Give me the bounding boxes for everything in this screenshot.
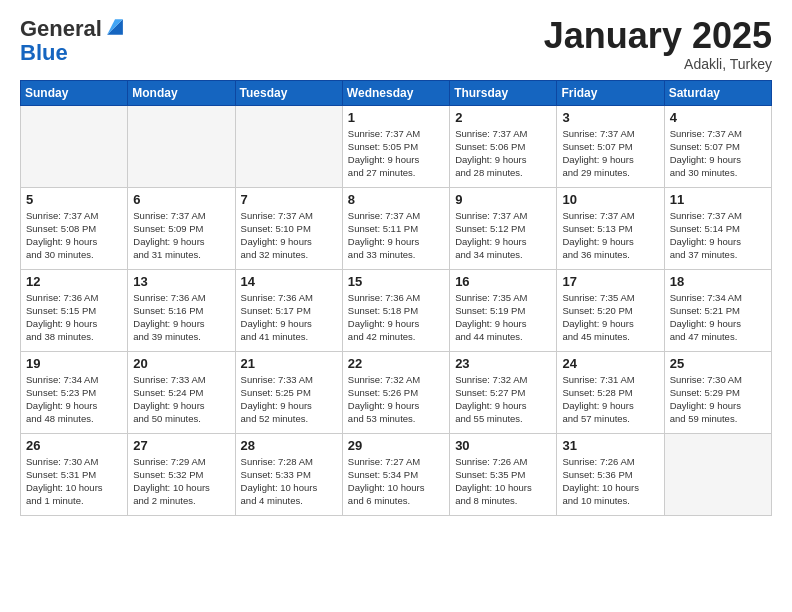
day-number: 28 [241, 438, 337, 453]
day-info: Sunrise: 7:36 AM Sunset: 5:16 PM Dayligh… [133, 291, 229, 344]
title-block: January 2025 Adakli, Turkey [544, 16, 772, 72]
day-number: 7 [241, 192, 337, 207]
month-title: January 2025 [544, 16, 772, 56]
calendar-cell: 17Sunrise: 7:35 AM Sunset: 5:20 PM Dayli… [557, 269, 664, 351]
day-number: 30 [455, 438, 551, 453]
day-info: Sunrise: 7:36 AM Sunset: 5:15 PM Dayligh… [26, 291, 122, 344]
day-info: Sunrise: 7:37 AM Sunset: 5:11 PM Dayligh… [348, 209, 444, 262]
calendar-cell: 5Sunrise: 7:37 AM Sunset: 5:08 PM Daylig… [21, 187, 128, 269]
calendar-cell: 14Sunrise: 7:36 AM Sunset: 5:17 PM Dayli… [235, 269, 342, 351]
day-number: 1 [348, 110, 444, 125]
week-row-1: 1Sunrise: 7:37 AM Sunset: 5:05 PM Daylig… [21, 105, 772, 187]
day-info: Sunrise: 7:29 AM Sunset: 5:32 PM Dayligh… [133, 455, 229, 508]
day-number: 13 [133, 274, 229, 289]
day-number: 29 [348, 438, 444, 453]
day-number: 14 [241, 274, 337, 289]
day-info: Sunrise: 7:33 AM Sunset: 5:24 PM Dayligh… [133, 373, 229, 426]
day-number: 21 [241, 356, 337, 371]
calendar-cell: 30Sunrise: 7:26 AM Sunset: 5:35 PM Dayli… [450, 433, 557, 515]
calendar-cell: 12Sunrise: 7:36 AM Sunset: 5:15 PM Dayli… [21, 269, 128, 351]
calendar-cell: 29Sunrise: 7:27 AM Sunset: 5:34 PM Dayli… [342, 433, 449, 515]
header-thursday: Thursday [450, 80, 557, 105]
day-number: 4 [670, 110, 766, 125]
header-wednesday: Wednesday [342, 80, 449, 105]
day-info: Sunrise: 7:35 AM Sunset: 5:20 PM Dayligh… [562, 291, 658, 344]
calendar-cell: 27Sunrise: 7:29 AM Sunset: 5:32 PM Dayli… [128, 433, 235, 515]
day-number: 18 [670, 274, 766, 289]
calendar-cell: 1Sunrise: 7:37 AM Sunset: 5:05 PM Daylig… [342, 105, 449, 187]
day-info: Sunrise: 7:26 AM Sunset: 5:36 PM Dayligh… [562, 455, 658, 508]
day-number: 23 [455, 356, 551, 371]
week-row-2: 5Sunrise: 7:37 AM Sunset: 5:08 PM Daylig… [21, 187, 772, 269]
day-number: 2 [455, 110, 551, 125]
calendar-cell: 31Sunrise: 7:26 AM Sunset: 5:36 PM Dayli… [557, 433, 664, 515]
week-row-3: 12Sunrise: 7:36 AM Sunset: 5:15 PM Dayli… [21, 269, 772, 351]
day-info: Sunrise: 7:34 AM Sunset: 5:23 PM Dayligh… [26, 373, 122, 426]
calendar-cell: 7Sunrise: 7:37 AM Sunset: 5:10 PM Daylig… [235, 187, 342, 269]
calendar-cell: 3Sunrise: 7:37 AM Sunset: 5:07 PM Daylig… [557, 105, 664, 187]
calendar-cell [235, 105, 342, 187]
calendar-cell: 2Sunrise: 7:37 AM Sunset: 5:06 PM Daylig… [450, 105, 557, 187]
header: General Blue January 2025 Adakli, Turkey [20, 16, 772, 72]
calendar-cell: 8Sunrise: 7:37 AM Sunset: 5:11 PM Daylig… [342, 187, 449, 269]
day-number: 17 [562, 274, 658, 289]
day-info: Sunrise: 7:34 AM Sunset: 5:21 PM Dayligh… [670, 291, 766, 344]
day-number: 8 [348, 192, 444, 207]
calendar-cell: 13Sunrise: 7:36 AM Sunset: 5:16 PM Dayli… [128, 269, 235, 351]
day-info: Sunrise: 7:37 AM Sunset: 5:09 PM Dayligh… [133, 209, 229, 262]
day-info: Sunrise: 7:37 AM Sunset: 5:12 PM Dayligh… [455, 209, 551, 262]
calendar-cell: 24Sunrise: 7:31 AM Sunset: 5:28 PM Dayli… [557, 351, 664, 433]
logo-icon [104, 16, 126, 38]
day-number: 11 [670, 192, 766, 207]
day-number: 31 [562, 438, 658, 453]
calendar-cell: 18Sunrise: 7:34 AM Sunset: 5:21 PM Dayli… [664, 269, 771, 351]
calendar-cell: 15Sunrise: 7:36 AM Sunset: 5:18 PM Dayli… [342, 269, 449, 351]
day-number: 15 [348, 274, 444, 289]
week-row-5: 26Sunrise: 7:30 AM Sunset: 5:31 PM Dayli… [21, 433, 772, 515]
day-number: 26 [26, 438, 122, 453]
day-number: 9 [455, 192, 551, 207]
day-number: 19 [26, 356, 122, 371]
calendar-cell: 25Sunrise: 7:30 AM Sunset: 5:29 PM Dayli… [664, 351, 771, 433]
day-number: 6 [133, 192, 229, 207]
calendar-cell [21, 105, 128, 187]
day-info: Sunrise: 7:37 AM Sunset: 5:05 PM Dayligh… [348, 127, 444, 180]
day-info: Sunrise: 7:36 AM Sunset: 5:18 PM Dayligh… [348, 291, 444, 344]
calendar-cell: 4Sunrise: 7:37 AM Sunset: 5:07 PM Daylig… [664, 105, 771, 187]
logo-blue: Blue [20, 40, 68, 66]
calendar-cell: 26Sunrise: 7:30 AM Sunset: 5:31 PM Dayli… [21, 433, 128, 515]
day-info: Sunrise: 7:32 AM Sunset: 5:26 PM Dayligh… [348, 373, 444, 426]
header-friday: Friday [557, 80, 664, 105]
day-number: 24 [562, 356, 658, 371]
calendar-cell: 19Sunrise: 7:34 AM Sunset: 5:23 PM Dayli… [21, 351, 128, 433]
day-info: Sunrise: 7:37 AM Sunset: 5:13 PM Dayligh… [562, 209, 658, 262]
day-info: Sunrise: 7:37 AM Sunset: 5:06 PM Dayligh… [455, 127, 551, 180]
logo: General Blue [20, 16, 126, 66]
week-row-4: 19Sunrise: 7:34 AM Sunset: 5:23 PM Dayli… [21, 351, 772, 433]
calendar-cell: 9Sunrise: 7:37 AM Sunset: 5:12 PM Daylig… [450, 187, 557, 269]
location: Adakli, Turkey [544, 56, 772, 72]
calendar-cell: 22Sunrise: 7:32 AM Sunset: 5:26 PM Dayli… [342, 351, 449, 433]
day-number: 3 [562, 110, 658, 125]
day-info: Sunrise: 7:26 AM Sunset: 5:35 PM Dayligh… [455, 455, 551, 508]
calendar-cell: 28Sunrise: 7:28 AM Sunset: 5:33 PM Dayli… [235, 433, 342, 515]
day-number: 10 [562, 192, 658, 207]
day-number: 5 [26, 192, 122, 207]
calendar-cell: 21Sunrise: 7:33 AM Sunset: 5:25 PM Dayli… [235, 351, 342, 433]
day-info: Sunrise: 7:27 AM Sunset: 5:34 PM Dayligh… [348, 455, 444, 508]
day-info: Sunrise: 7:33 AM Sunset: 5:25 PM Dayligh… [241, 373, 337, 426]
day-number: 22 [348, 356, 444, 371]
day-number: 25 [670, 356, 766, 371]
weekday-header-row: Sunday Monday Tuesday Wednesday Thursday… [21, 80, 772, 105]
page: General Blue January 2025 Adakli, Turkey… [0, 0, 792, 612]
day-info: Sunrise: 7:37 AM Sunset: 5:07 PM Dayligh… [670, 127, 766, 180]
calendar-cell: 10Sunrise: 7:37 AM Sunset: 5:13 PM Dayli… [557, 187, 664, 269]
day-info: Sunrise: 7:30 AM Sunset: 5:29 PM Dayligh… [670, 373, 766, 426]
day-info: Sunrise: 7:32 AM Sunset: 5:27 PM Dayligh… [455, 373, 551, 426]
header-saturday: Saturday [664, 80, 771, 105]
calendar-cell [128, 105, 235, 187]
day-info: Sunrise: 7:28 AM Sunset: 5:33 PM Dayligh… [241, 455, 337, 508]
day-info: Sunrise: 7:30 AM Sunset: 5:31 PM Dayligh… [26, 455, 122, 508]
calendar-cell: 11Sunrise: 7:37 AM Sunset: 5:14 PM Dayli… [664, 187, 771, 269]
day-info: Sunrise: 7:37 AM Sunset: 5:10 PM Dayligh… [241, 209, 337, 262]
